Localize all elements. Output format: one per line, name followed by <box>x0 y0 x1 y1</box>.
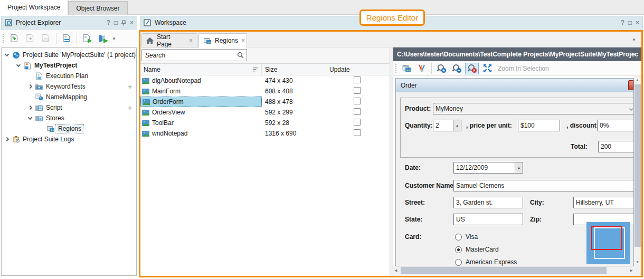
tree-item-execution-plan[interactable]: Execution Plan <box>2 71 136 81</box>
tab-start-page[interactable]: Start Page × <box>141 33 197 47</box>
tree-item-project-suite-logs[interactable]: Project Suite Logs <box>2 134 136 145</box>
toolbar-separator <box>431 63 432 74</box>
add-script-button[interactable]: + <box>128 104 132 112</box>
app-tab-bar: Project Workspace Object Browser <box>0 0 644 15</box>
toolbar-separator <box>56 33 56 44</box>
run-project-suite-button[interactable] <box>96 32 110 45</box>
run-project-button[interactable] <box>80 32 94 45</box>
table-row-dlgaboutnotepad[interactable]: dlgAboutNotepad 474 x 430 <box>140 75 390 86</box>
customer-name-field: Samuel Clemens <box>453 180 634 191</box>
pin-icon[interactable] <box>121 20 126 26</box>
stores-icon <box>34 115 44 122</box>
regions-list-pane: Name Size Update dlgAboutNotepad 474 x 4… <box>140 47 390 276</box>
chevron-right-icon[interactable] <box>28 84 32 89</box>
tree-item-stores[interactable]: Stores <box>2 113 136 123</box>
scroll-up-icon[interactable]: ▲ <box>636 76 639 84</box>
vertical-scroll-thumb[interactable] <box>634 84 641 247</box>
vertical-scrollbar[interactable]: ▲ ▼ <box>634 76 641 266</box>
image-icon <box>143 99 150 105</box>
chevron-down-icon[interactable] <box>16 62 21 66</box>
close-tab-icon[interactable]: × <box>189 37 193 44</box>
horizontal-scrollbar[interactable]: ◀ ▶ <box>393 266 634 275</box>
edit-with-tools-button[interactable] <box>415 63 429 74</box>
project-explorer-toolbar: ▼ <box>1 31 137 46</box>
execution-plan-button[interactable] <box>60 32 73 45</box>
scroll-left-icon[interactable]: ◀ <box>394 267 397 274</box>
column-header-update[interactable]: Update <box>326 64 389 75</box>
add-keywordtest-button[interactable]: + <box>128 83 132 91</box>
total-label: Total: <box>571 141 588 152</box>
chevron-down-icon[interactable] <box>5 52 9 56</box>
maximize-icon[interactable]: □ <box>114 19 118 26</box>
name-mapping-icon <box>34 93 44 101</box>
column-header-size[interactable]: Size <box>262 64 326 75</box>
table-row-ordersview[interactable]: OrdersView 592 x 299 <box>140 107 390 118</box>
quantity-spinner: 2 ▲▼ <box>433 120 461 131</box>
search-icon[interactable] <box>237 52 247 59</box>
tree-item-regions[interactable]: Regions <box>2 123 136 134</box>
tree-item-mytestproject[interactable]: MyTestProject <box>2 60 136 71</box>
table-row-mainform[interactable]: MainForm 608 x 408 <box>140 86 390 97</box>
tree-item-script[interactable]: Script + <box>2 102 136 113</box>
search-box <box>141 49 247 61</box>
fit-to-size-button[interactable] <box>480 63 494 74</box>
zoom-in-button[interactable] <box>434 63 448 74</box>
update-checkbox[interactable] <box>354 87 361 94</box>
close-icon[interactable]: × <box>636 19 639 26</box>
radio-button-icon <box>455 259 462 266</box>
zoom-in-selection-label: Zoom In Selection <box>498 65 549 72</box>
close-tab-icon[interactable]: × <box>241 37 245 44</box>
toolbar-grip-handle[interactable] <box>2 33 4 44</box>
zoom-out-button[interactable] <box>450 63 463 74</box>
chevron-right-icon[interactable] <box>5 137 9 141</box>
table-row-orderform-selected[interactable]: OrderForm 488 x 478 <box>140 97 390 107</box>
image-icon <box>142 131 149 137</box>
table-row-wndnotepad[interactable]: wndNotepad 1316 x 690 <box>140 128 390 139</box>
project-icon <box>23 62 32 70</box>
table-row-toolbar[interactable]: ToolBar 592 x 28 <box>140 118 390 128</box>
update-checkbox[interactable] <box>354 119 361 126</box>
close-icon[interactable]: × <box>130 19 134 26</box>
maximize-icon[interactable]: □ <box>628 19 632 26</box>
tree-item-keywordtests[interactable]: KeywordTests + <box>2 81 136 92</box>
chevron-right-icon[interactable] <box>28 105 32 110</box>
regions-table: Name Size Update dlgAboutNotepad 474 x 4… <box>140 63 390 276</box>
discount-field: 0% <box>597 120 634 131</box>
scroll-right-icon[interactable]: ▶ <box>630 267 633 274</box>
project-explorer-header: Project Explorer ? □ × <box>1 16 137 30</box>
update-checkbox[interactable] <box>354 129 361 136</box>
search-input[interactable] <box>142 52 237 59</box>
regions-editor-area: Start Page × Regions × ▼ Name <box>139 30 643 277</box>
update-checkbox[interactable] <box>354 108 361 115</box>
panel-splitter[interactable] <box>390 47 393 276</box>
image-icon <box>142 89 149 94</box>
column-header-name[interactable]: Name <box>140 64 262 75</box>
update-checkbox[interactable] <box>354 76 361 83</box>
date-spinner: 12/12/2009 ▲▼ <box>453 162 523 174</box>
region-preview-canvas[interactable]: Order Product: MyMoney Quantity: 2 ▲▼ , … <box>393 76 634 266</box>
toolbar-grip-handle[interactable] <box>395 63 397 74</box>
script-icon <box>34 104 44 111</box>
workspace-title: Workspace <box>155 19 186 26</box>
region-selection-overlay[interactable] <box>586 222 630 264</box>
tree-item-project-suite[interactable]: Project Suite 'MyProjectSuite' (1 projec… <box>2 50 136 60</box>
tab-list-dropdown[interactable]: ▼ <box>632 37 636 42</box>
toolbar-more-dropdown[interactable]: ▼ <box>112 36 116 41</box>
tree-item-namemapping[interactable]: NameMapping <box>2 92 136 102</box>
radio-button-checked-icon <box>455 246 462 253</box>
add-new-item-button[interactable] <box>7 32 21 45</box>
tab-regions[interactable]: Regions × <box>198 33 247 48</box>
order-form-titlebar: Order <box>396 79 633 92</box>
tab-project-workspace[interactable]: Project Workspace <box>0 0 68 15</box>
help-icon[interactable]: ? <box>107 19 110 26</box>
scroll-down-icon[interactable]: ▼ <box>636 258 639 266</box>
help-icon[interactable]: ? <box>621 19 624 26</box>
zoom-reset-button-active[interactable] <box>465 63 479 74</box>
tab-object-browser[interactable]: Object Browser <box>68 1 127 15</box>
street-field: 3, Garden st. <box>453 197 523 208</box>
update-checkbox[interactable] <box>354 98 361 104</box>
chevron-down-icon[interactable] <box>28 115 32 119</box>
horizontal-scroll-thumb[interactable] <box>401 267 607 274</box>
regions-table-header: Name Size Update <box>140 64 390 75</box>
capture-image-button[interactable] <box>400 63 413 74</box>
